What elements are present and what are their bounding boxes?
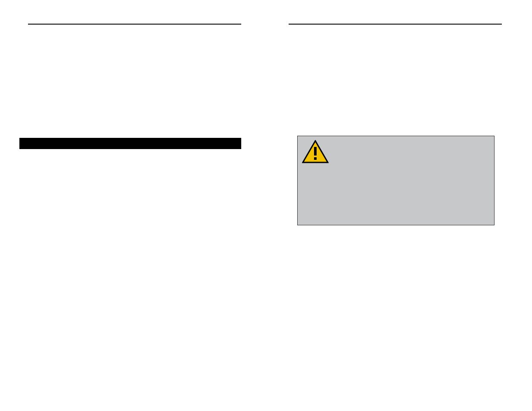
left-horizontal-rule [28,24,241,25]
caution-header [302,140,490,164]
svg-rect-1 [314,147,317,156]
warning-triangle-icon [302,140,329,163]
left-spacer [19,28,241,134]
right-column [289,24,510,28]
section-black-bar [19,138,241,149]
svg-rect-2 [314,157,317,160]
left-column [19,24,241,151]
right-horizontal-rule [289,24,502,25]
caution-box [297,136,495,225]
page [0,0,532,411]
